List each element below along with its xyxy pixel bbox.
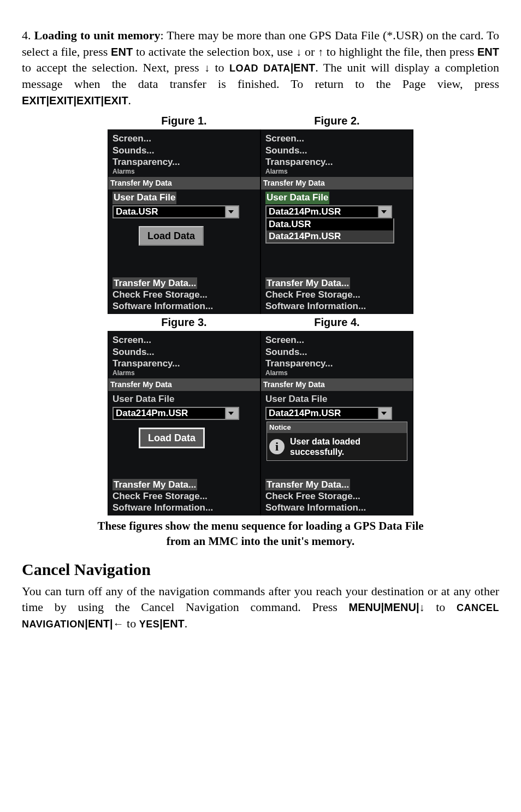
figures-caption: These figures show the menu sequence for…	[22, 519, 499, 549]
menu-software-info[interactable]: Software Information...	[113, 300, 256, 312]
figure-4-screen: Screen... Sounds... Transparency... Alar…	[260, 331, 413, 515]
menu-software-info[interactable]: Software Information...	[265, 300, 408, 312]
dropdown-option-1[interactable]: Data.USR	[267, 218, 393, 230]
figure-1-screen: Screen... Sounds... Transparency... Alar…	[108, 129, 260, 314]
ent-1: ENT	[111, 46, 133, 58]
menu-transfer[interactable]: Transfer My Data...	[265, 479, 350, 490]
arrow-up: ↑	[318, 46, 323, 58]
menu-check-free[interactable]: Check Free Storage...	[265, 289, 408, 300]
combo-value: Data.USR	[113, 205, 226, 218]
figure-3-screen: Screen... Sounds... Transparency... Alar…	[108, 331, 260, 515]
menu-screen: Screen...	[265, 334, 408, 346]
to-3: to	[124, 617, 139, 630]
menu-sounds: Sounds...	[265, 145, 408, 156]
user-data-file-label[interactable]: User Data File	[113, 393, 256, 406]
step-paragraph: 4. Loading to unit memory: There may be …	[22, 27, 499, 108]
menu-software-info[interactable]: Software Information...	[113, 502, 256, 513]
figures-grid: Figure 1. Screen... Sounds... Transparen…	[108, 112, 413, 515]
file-combo[interactable]: Data214Pm.USR	[265, 205, 392, 218]
panel-title: Transfer My Data	[108, 177, 260, 189]
arrow-down-2: ↓	[204, 62, 210, 74]
load-data-button[interactable]: Load Data	[139, 226, 204, 246]
menu-partial: Alarms	[113, 369, 256, 377]
user-data-file-label[interactable]: User Data File	[265, 393, 408, 406]
step-end: .	[128, 93, 132, 107]
notice-popup: Notice i User data loaded successfully.	[267, 422, 407, 461]
combo-value: Data214Pm.USR	[265, 407, 379, 420]
file-combo[interactable]: Data214Pm.USR	[113, 407, 239, 420]
menu-transfer[interactable]: Transfer My Data...	[113, 277, 197, 289]
menu-sounds: Sounds...	[113, 145, 256, 156]
cancel-end: .	[185, 617, 188, 630]
menu-partial: Alarms	[113, 168, 256, 176]
step-number: 4.	[22, 28, 31, 42]
yes-cmd: YES	[139, 619, 160, 630]
notice-text: User data loaded successfully.	[290, 436, 360, 457]
dropdown-option-2[interactable]: Data214Pm.USR	[267, 230, 393, 242]
panel-title: Transfer My Data	[108, 378, 260, 391]
ent-5: ENT	[163, 618, 185, 630]
combo-value: Data214Pm.USR	[265, 205, 379, 218]
chevron-down-icon[interactable]	[379, 407, 392, 420]
menu-sounds: Sounds...	[265, 346, 408, 358]
figure-1-title: Figure 1.	[108, 112, 260, 129]
cancel-nav-heading: Cancel Navigation	[22, 559, 499, 581]
figure-2-screen: Screen... Sounds... Transparency... Alar…	[260, 129, 413, 314]
menu-transparency: Transparency...	[113, 156, 256, 168]
user-data-file-label[interactable]: User Data File	[113, 192, 176, 204]
arrow-down-1: ↓	[296, 46, 301, 58]
menu-software-info[interactable]: Software Information...	[265, 502, 408, 513]
chevron-down-icon[interactable]	[379, 205, 392, 218]
step-body-4: to accept the selection. Next, press	[22, 61, 204, 74]
menu-screen: Screen...	[113, 334, 256, 346]
menu-seq: MENU|MENU	[349, 601, 416, 613]
figure-4-title: Figure 4.	[260, 314, 413, 331]
cancel-nav-paragraph: You can turn off any of the navigation c…	[22, 583, 499, 632]
ent-3: ENT	[293, 62, 315, 74]
user-data-file-label[interactable]: User Data File	[265, 192, 329, 204]
menu-check-free[interactable]: Check Free Storage...	[113, 490, 256, 502]
menu-screen: Screen...	[113, 133, 256, 144]
menu-partial: Alarms	[265, 369, 408, 377]
panel-title: Transfer My Data	[261, 177, 413, 189]
ent-4: ENT	[88, 618, 110, 630]
arrow-down-3: ↓	[419, 601, 425, 613]
ent-2: ENT	[477, 46, 499, 58]
menu-sounds: Sounds...	[113, 346, 256, 358]
combo-value: Data214Pm.USR	[113, 407, 226, 420]
load-data-button[interactable]: Load Data	[139, 428, 205, 448]
figure-3-title: Figure 3.	[108, 314, 260, 331]
load-data-cmd: LOAD DATA	[229, 63, 291, 74]
menu-transparency: Transparency...	[265, 156, 408, 168]
step-title: Loading to unit memory	[34, 28, 161, 42]
exit-seq: EXIT|EXIT|EXIT|EXIT	[22, 94, 128, 106]
step-body-2: to activate the selection box, use	[133, 45, 296, 58]
file-combo[interactable]: Data214Pm.USR	[265, 407, 392, 420]
menu-partial: Alarms	[265, 168, 408, 176]
menu-transfer[interactable]: Transfer My Data...	[265, 277, 350, 289]
chevron-down-icon[interactable]	[226, 205, 239, 218]
menu-screen: Screen...	[265, 133, 408, 144]
menu-transparency: Transparency...	[265, 358, 408, 369]
menu-transfer[interactable]: Transfer My Data...	[113, 479, 197, 490]
file-dropdown[interactable]: Data.USR Data214Pm.USR	[265, 218, 394, 244]
menu-check-free[interactable]: Check Free Storage...	[113, 289, 256, 300]
step-body-3: to highlight the file, then press	[323, 45, 477, 58]
or-text: or	[301, 45, 318, 58]
notice-title: Notice	[267, 422, 407, 433]
to-2: to	[425, 600, 457, 614]
panel-title: Transfer My Data	[261, 378, 413, 391]
arrow-left: ←	[113, 618, 124, 630]
figure-2-title: Figure 2.	[260, 112, 413, 129]
to-1: to	[210, 61, 229, 74]
menu-transparency: Transparency...	[113, 358, 256, 369]
menu-check-free[interactable]: Check Free Storage...	[265, 490, 408, 502]
file-combo[interactable]: Data.USR	[113, 205, 239, 218]
chevron-down-icon[interactable]	[226, 407, 239, 420]
info-icon: i	[269, 439, 285, 454]
